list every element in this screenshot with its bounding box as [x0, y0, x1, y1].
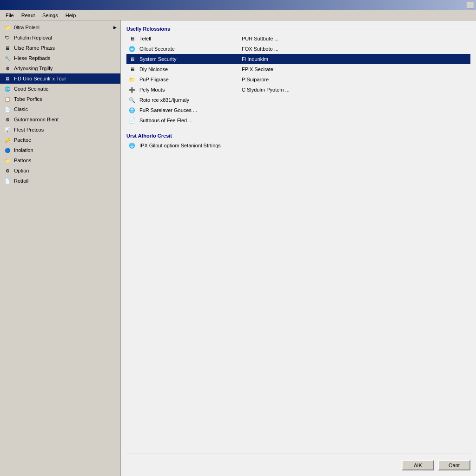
row-desc-telell: PUR Suttbute ... [242, 36, 469, 41]
row-icon-telell: 🖥 [128, 35, 136, 42]
left-panel: 📁0ltra Polenl▶🛡Poliolm Reploval🖥Ulse Ram… [0, 20, 121, 476]
sidebar-icon-hiese: 🔧 [4, 54, 11, 62]
sidebar-item-poliolm[interactable]: 🛡Poliolm Reploval [0, 33, 120, 43]
sidebar-icon-flest: 📊 [4, 126, 11, 133]
row-name-gilout: Gilout Securate [139, 46, 242, 52]
sidebar-label-option: Option [14, 168, 29, 173]
row-icon-ipx-gilout: 🌐 [128, 142, 136, 149]
sidebar-item-pattons[interactable]: 📁Pattons [0, 155, 120, 165]
row-name-ipx-gilout: IPX Gilout optiom Setanionl Strtings [139, 143, 242, 148]
row-name-roto-rce: Roto rce x831/Ijurnaly [139, 97, 242, 103]
right-row-system-security[interactable]: 🖥System SecurityFi Indunkim [126, 54, 470, 64]
sidebar-item-inolation[interactable]: 🔵Inolation [0, 145, 120, 155]
sidebar-icon-poliolm: 🛡 [4, 34, 11, 41]
row-name-pely-mouts: Pely Mouts [139, 87, 242, 93]
sidebar-label-gutorm: Gutornaoroon Blent [14, 117, 59, 122]
sidebar-item-adyousing[interactable]: ⚙Adyousing Trgilly [0, 63, 120, 73]
row-icon-diy-nicloose: 🖥 [128, 66, 136, 73]
row-desc-diy-nicloose: FPIX Secirate [242, 66, 469, 72]
sidebar-icon-inolation: 🔵 [4, 146, 11, 154]
sidebar-label-pattons: Pattons [14, 158, 31, 163]
right-row-telell[interactable]: 🖥TelellPUR Suttbute ... [126, 33, 470, 44]
sidebar-icon-tobe: 📋 [4, 95, 11, 103]
sidebar-label-adyousing: Adyousing Trgilly [14, 66, 53, 71]
sidebar-item-option[interactable]: ⚙Option [0, 165, 120, 176]
right-row-gilout[interactable]: 🌐Gilout SecurateFOX Suttboto ... [126, 44, 470, 54]
right-panel: Uselly Relossions🖥TelellPUR Suttbute ...… [121, 20, 476, 476]
sidebar-label-hiese: Hiese Reptbads [14, 55, 50, 61]
menu-item-reaut[interactable]: Reaut [18, 12, 39, 19]
sidebar-icon-gutorm: ⚙ [4, 116, 11, 123]
sidebar-icon-hd-uno: 🖥 [4, 75, 11, 82]
sidebar-label-ulse-rame: Ulse Rame Phass [14, 45, 55, 51]
sidebar-label-pacttoc: Pacttoc [14, 137, 31, 143]
cancel-button[interactable]: Oant [438, 460, 470, 470]
sidebar-icon-ultra-pol: 📁 [4, 24, 11, 31]
right-row-suttbous[interactable]: 📄Suttbous of Fee Fled ... [126, 115, 470, 126]
menu-item-help[interactable]: Help [62, 12, 80, 19]
dialog-body: 📁0ltra Polenl▶🛡Poliolm Reploval🖥Ulse Ram… [0, 20, 476, 476]
sidebar-icon-clasic: 📄 [4, 106, 11, 113]
bottom-bar: AIKOant [126, 454, 470, 470]
right-row-roto-rce[interactable]: 🔍Roto rce x831/Ijurnaly [126, 95, 470, 105]
title-bar-buttons [467, 2, 474, 8]
arrow-icon-ultra-pol: ▶ [113, 25, 117, 30]
section-urst-afhorlo: Urst Afhorlo Cresit🌐IPX Gilout optiom Se… [126, 133, 470, 151]
row-desc-gilout: FOX Suttboto ... [242, 46, 469, 52]
sidebar-label-hd-uno: HD Uno Securilr x Tour [14, 76, 66, 81]
sidebar-icon-option: ⚙ [4, 167, 11, 174]
row-desc-system-security: Fi Indunkim [242, 56, 469, 62]
row-icon-system-security: 🖥 [128, 55, 136, 63]
sidebar-item-hd-uno[interactable]: 🖥HD Uno Securilr x Tour [0, 73, 120, 84]
sidebar-item-gutorm[interactable]: ⚙Gutornaoroon Blent [0, 114, 120, 125]
sidebar-label-ultra-pol: 0ltra Polenl [14, 25, 40, 30]
row-icon-pup-fligrase: 📁 [128, 76, 136, 83]
menu-item-file[interactable]: File [2, 12, 18, 19]
sidebar-label-clasic: Clasic [14, 106, 28, 112]
sidebar-label-flest: Flest Pretcos [14, 127, 44, 132]
row-icon-roto-rce: 🔍 [128, 96, 136, 104]
row-icon-pely-mouts: ➕ [128, 86, 136, 93]
sidebar-icon-ulse-rame: 🖥 [4, 44, 11, 52]
right-row-ipx-gilout[interactable]: 🌐IPX Gilout optiom Setanionl Strtings [126, 140, 470, 151]
sidebar-label-rottoil: Rottoil [14, 178, 28, 184]
sidebar-item-pacttoc[interactable]: 🔑Pacttoc [0, 135, 120, 145]
sidebar-item-clasic[interactable]: 📄Clasic [0, 104, 120, 114]
right-items-urst-afhorlo: 🌐IPX Gilout optiom Setanionl Strtings [126, 140, 470, 151]
sidebar-icon-pattons: 📁 [4, 157, 11, 164]
menu-bar: FileReautSeingsHelp [0, 10, 476, 20]
right-row-pup-fligrase[interactable]: 📁PuP FligraseP:Suiparore [126, 74, 470, 85]
sidebar-item-ultra-pol[interactable]: 📁0ltra Polenl▶ [0, 22, 120, 33]
sidebar-label-tobe: Tobe Porfics [14, 96, 42, 102]
right-row-fur-sare[interactable]: 🌐FuR Sarelaver Gouces ... [126, 105, 470, 115]
title-bar [0, 0, 476, 10]
sidebar-item-cood[interactable]: 🌐Cood Secinatic [0, 84, 120, 94]
section-label-uselly-relossions: Uselly Relossions [126, 26, 470, 32]
row-name-telell: Telell [139, 36, 242, 41]
sidebar-item-tobe[interactable]: 📋Tobe Porfics [0, 94, 120, 104]
sidebar-item-rottoil[interactable]: 📄Rottoil [0, 176, 120, 186]
right-items-uselly-relossions: 🖥TelellPUR Suttbute ...🌐Gilout SecurateF… [126, 33, 470, 126]
close-button[interactable] [467, 2, 474, 8]
row-name-suttbous: Suttbous of Fee Fled ... [139, 118, 242, 123]
sidebar-label-poliolm: Poliolm Reploval [14, 35, 52, 40]
sidebar-label-inolation: Inolation [14, 147, 33, 153]
section-label-urst-afhorlo: Urst Afhorlo Cresit [126, 133, 470, 139]
row-desc-pely-mouts: C Slydulm Pyotem ... [242, 87, 469, 93]
sidebar-item-ulse-rame[interactable]: 🖥Ulse Rame Phass [0, 43, 120, 53]
row-name-system-security: System Security [139, 56, 242, 62]
sidebar-icon-pacttoc: 🔑 [4, 136, 11, 144]
sidebar-item-hiese[interactable]: 🔧Hiese Reptbads [0, 53, 120, 63]
sidebar-icon-rottoil: 📄 [4, 177, 11, 185]
row-desc-pup-fligrase: P:Suiparore [242, 77, 469, 82]
sidebar-icon-cood: 🌐 [4, 85, 11, 93]
menu-item-seings[interactable]: Seings [39, 12, 62, 19]
right-row-pely-mouts[interactable]: ➕Pely MoutsC Slydulm Pyotem ... [126, 85, 470, 95]
sidebar-label-cood: Cood Secinatic [14, 86, 48, 92]
row-icon-fur-sare: 🌐 [128, 106, 136, 114]
ok-button[interactable]: AIK [402, 460, 434, 470]
row-name-diy-nicloose: Diy Nicloose [139, 66, 242, 72]
row-name-fur-sare: FuR Sarelaver Gouces ... [139, 107, 242, 113]
right-row-diy-nicloose[interactable]: 🖥Diy NiclooseFPIX Secirate [126, 64, 470, 74]
sidebar-item-flest[interactable]: 📊Flest Pretcos [0, 125, 120, 135]
